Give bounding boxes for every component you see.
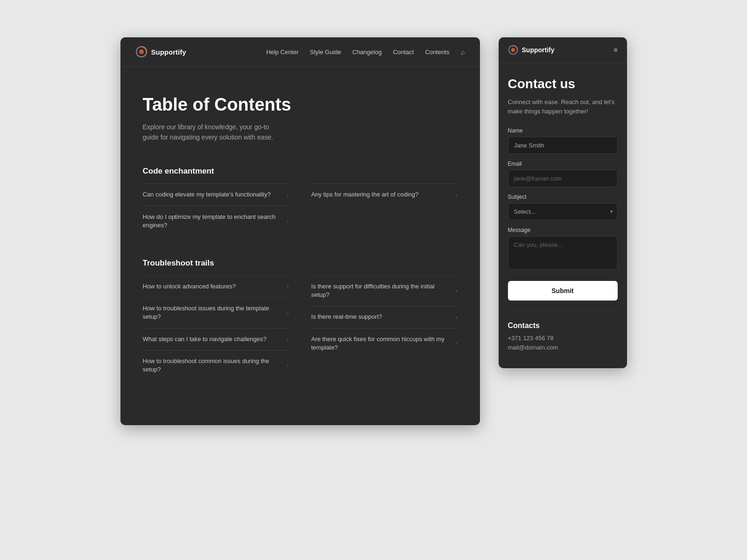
submit-button[interactable]: Submit	[508, 281, 618, 301]
email-field-group: Email	[508, 161, 618, 187]
subject-label: Subject	[508, 194, 618, 200]
nav-links: Help Center Style Guide Changelog Contac…	[266, 48, 465, 56]
subject-field-group: Subject Select... General Support Billin…	[508, 194, 618, 220]
message-label: Message	[508, 227, 618, 233]
name-input[interactable]	[508, 137, 618, 154]
faq-grid-troubleshoot: How to unlock advanced features? › How t…	[143, 275, 458, 380]
nav-help-center[interactable]: Help Center	[266, 49, 298, 56]
subject-select[interactable]: Select... General Support Billing	[508, 203, 618, 220]
faq-question: How to unlock advanced features?	[143, 282, 287, 291]
faq-item[interactable]: Is there real-time support? ›	[311, 306, 458, 328]
faq-item[interactable]: Is there support for difficulties during…	[311, 275, 458, 306]
contacts-title: Contacts	[508, 322, 618, 330]
faq-question: What steps can I take to navigate challe…	[143, 335, 287, 343]
nav-changelog[interactable]: Changelog	[352, 49, 382, 56]
left-panel: Supportify Help Center Style Guide Chang…	[120, 37, 480, 425]
nav-contents[interactable]: Contents	[425, 49, 449, 56]
faq-grid-code: Can coding elevate my template's functio…	[143, 183, 458, 236]
faq-col-right-code: Any tips for mastering the art of coding…	[300, 183, 458, 236]
faq-item[interactable]: How to troubleshoot issues during the te…	[143, 297, 289, 328]
faq-question: How to troubleshoot issues during the te…	[143, 304, 287, 321]
contact-subtitle: Connect with ease. Reach out, and let's …	[508, 98, 618, 116]
faq-question: Are there quick fixes for common hiccups…	[311, 335, 456, 352]
contact-title: Contact us	[508, 76, 618, 92]
section-title-code: Code enchantment	[143, 167, 458, 176]
chevron-right-icon: ›	[456, 340, 458, 347]
message-field-group: Message	[508, 227, 618, 272]
faq-col-left-trouble: How to unlock advanced features? › How t…	[143, 275, 300, 380]
contacts-section: Contacts +371 123 456 78 mail@domain.com	[508, 312, 618, 351]
page-subtitle: Explore our library of knowledge, your g…	[143, 122, 274, 143]
chevron-right-icon: ›	[287, 283, 289, 290]
faq-item[interactable]: What steps can I take to navigate challe…	[143, 328, 289, 350]
section-code-enchantment: Code enchantment Can coding elevate my t…	[143, 167, 458, 236]
nav-style-guide[interactable]: Style Guide	[310, 49, 341, 56]
faq-question: How to troubleshoot common issues during…	[143, 357, 287, 374]
mobile-logo: Supportify	[508, 45, 555, 55]
logo-icon	[135, 46, 148, 58]
contact-content: Contact us Connect with ease. Reach out,…	[499, 63, 627, 368]
faq-col-right-trouble: Is there support for difficulties during…	[300, 275, 458, 380]
faq-item[interactable]: Can coding elevate my template's functio…	[143, 183, 289, 205]
name-field-group: Name	[508, 127, 618, 154]
navbar: Supportify Help Center Style Guide Chang…	[120, 37, 480, 67]
name-label: Name	[508, 127, 618, 134]
right-panel: Supportify ≡ Contact us Connect with eas…	[499, 37, 627, 368]
main-content: Table of Contents Explore our library of…	[120, 67, 480, 425]
faq-item[interactable]: Any tips for mastering the art of coding…	[311, 183, 458, 205]
chevron-right-icon: ›	[456, 314, 458, 321]
select-wrapper: Select... General Support Billing ▾	[508, 203, 618, 220]
chevron-right-icon: ›	[287, 218, 289, 224]
chevron-right-icon: ›	[287, 336, 289, 343]
nav-contact[interactable]: Contact	[393, 49, 414, 56]
chevron-right-icon: ›	[287, 192, 289, 198]
faq-question: How do I optimize my template to enchant…	[143, 213, 287, 230]
section-title-troubleshoot: Troubleshoot trails	[143, 259, 458, 268]
mobile-logo-icon	[508, 45, 518, 55]
faq-question: Can coding elevate my template's functio…	[143, 190, 287, 199]
faq-question: Any tips for mastering the art of coding…	[311, 190, 456, 199]
nav-logo: Supportify	[135, 46, 186, 58]
chevron-right-icon: ›	[456, 287, 458, 294]
email-input[interactable]	[508, 170, 618, 187]
mobile-logo-text: Supportify	[522, 46, 555, 54]
faq-item-single[interactable]: How do I optimize my template to enchant…	[143, 206, 289, 236]
faq-col-left-code: Can coding elevate my template's functio…	[143, 183, 300, 236]
svg-point-1	[139, 49, 144, 54]
faq-question: Is there real-time support?	[311, 313, 456, 321]
mobile-navbar: Supportify ≡	[499, 37, 627, 63]
faq-item[interactable]: How to unlock advanced features? ›	[143, 275, 289, 297]
section-troubleshoot: Troubleshoot trails How to unlock advanc…	[143, 259, 458, 380]
search-icon[interactable]: ⌕	[461, 48, 465, 56]
faq-question: Is there support for difficulties during…	[311, 282, 456, 299]
contact-phone: +371 123 456 78	[508, 335, 618, 342]
email-label: Email	[508, 161, 618, 167]
logo-text: Supportify	[151, 48, 186, 56]
faq-item-single[interactable]: How to troubleshoot common issues during…	[143, 350, 289, 380]
message-textarea[interactable]	[508, 236, 618, 270]
hamburger-icon[interactable]: ≡	[613, 46, 617, 54]
svg-point-3	[511, 48, 514, 52]
faq-item[interactable]: Are there quick fixes for common hiccups…	[311, 328, 458, 358]
chevron-right-icon: ›	[287, 309, 289, 316]
chevron-right-icon: ›	[456, 192, 458, 198]
chevron-right-icon: ›	[287, 362, 289, 369]
page-title: Table of Contents	[143, 95, 458, 115]
contact-email: mail@domain.com	[508, 344, 618, 351]
